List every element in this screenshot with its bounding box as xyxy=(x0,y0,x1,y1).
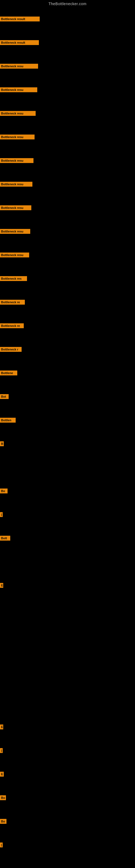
bar-label: Bottleneck resu xyxy=(0,111,36,116)
bar-row: Bo xyxy=(0,489,135,493)
bar-label: | xyxy=(0,512,3,517)
site-title: TheBottlenecker.com xyxy=(0,0,135,7)
bar-row: Bottleneck resu xyxy=(0,64,135,69)
bar-row: Bottleneck resu xyxy=(0,205,135,210)
bar-label: Bottleneck resu xyxy=(0,64,38,69)
bar-label: Bottleneck result xyxy=(0,40,39,45)
bar-row: Bo xyxy=(0,795,135,800)
bar-row: Bottleneck resu xyxy=(0,158,135,163)
bar-row: Bottleneck resu xyxy=(0,229,135,234)
bar-row: E xyxy=(0,583,135,588)
bar-row: Bottleneck result xyxy=(0,17,135,22)
bar-row: Bottleneck resu xyxy=(0,87,135,92)
bar-label: Bottlene xyxy=(0,371,17,375)
bar-row: E xyxy=(0,724,135,730)
bar-row: B xyxy=(0,441,135,446)
bar-row: | xyxy=(0,748,135,753)
bar-row: E xyxy=(0,772,135,777)
bar-label: B xyxy=(0,441,4,446)
bar-row: Bottleneck result xyxy=(0,40,135,45)
bar-label: Bottleneck resu xyxy=(0,205,31,210)
bar-label: Bottleneck result xyxy=(0,17,40,22)
bar-row: Bottleneck resu xyxy=(0,111,135,116)
bar-label: Bottleneck r xyxy=(0,347,21,352)
bar-label: Bot xyxy=(0,394,9,399)
bar-label: Bottleneck resu xyxy=(0,158,34,163)
bar-row: Bottleneck resu xyxy=(0,252,135,257)
bar-label: Bottleneck re xyxy=(0,323,24,328)
bar-row: Bo xyxy=(0,819,135,824)
bar-label: E xyxy=(0,724,3,730)
bar-row: Bott xyxy=(0,536,135,540)
bar-row: Bottleneck resu xyxy=(0,182,135,187)
bar-label: Bottleneck resu xyxy=(0,252,29,257)
bar-row: Bottleneck r xyxy=(0,347,135,352)
bar-label: Bottleneck resu xyxy=(0,87,37,92)
bar-label: Bottleneck resu xyxy=(0,134,35,140)
bar-row: Bottlen xyxy=(0,418,135,423)
bar-row: Bottlene xyxy=(0,371,135,375)
bar-row: Bottleneck resu xyxy=(0,134,135,140)
bar-label: | xyxy=(0,842,3,847)
bar-label: Bo xyxy=(0,819,6,824)
bar-label: Bottleneck res xyxy=(0,276,27,281)
bar-label: Bo xyxy=(0,489,8,493)
bar-label: Bott xyxy=(0,536,10,540)
bar-label: Bottlen xyxy=(0,418,16,423)
bar-row: Bottleneck re xyxy=(0,300,135,305)
bar-label: E xyxy=(0,772,4,777)
bar-label: Bottleneck resu xyxy=(0,182,32,187)
bar-label: Bottleneck re xyxy=(0,300,25,305)
bar-row: Bot xyxy=(0,394,135,399)
bar-label: E xyxy=(0,583,3,588)
bar-row: Bottleneck res xyxy=(0,276,135,281)
bar-row: | xyxy=(0,842,135,847)
bar-label: | xyxy=(0,748,3,753)
bar-row: | xyxy=(0,512,135,517)
bar-row: Bottleneck re xyxy=(0,323,135,328)
bar-label: Bottleneck resu xyxy=(0,229,30,234)
bar-label: Bo xyxy=(0,795,6,800)
